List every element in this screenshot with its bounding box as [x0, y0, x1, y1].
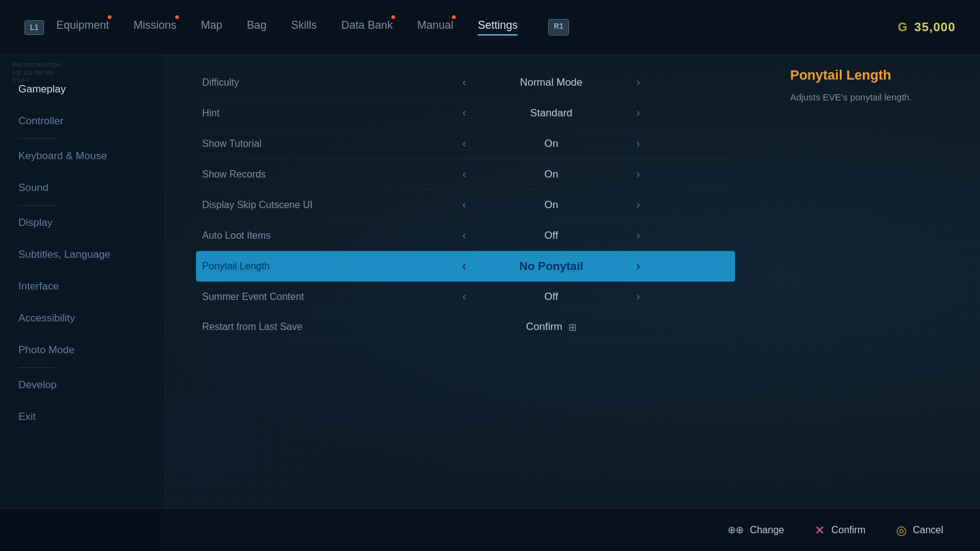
nav-item-skills[interactable]: Skills: [291, 19, 317, 36]
setting-value: On: [490, 138, 612, 150]
arrow-right[interactable]: ›: [631, 290, 646, 303]
arrow-right[interactable]: ›: [631, 258, 646, 274]
setting-control: ‹No Ponytail›: [374, 258, 729, 274]
setting-control: Confirm ⊞: [374, 321, 729, 333]
confirm-label: Confirm: [831, 525, 865, 536]
setting-label: Hint: [202, 108, 374, 119]
setting-value: Standard: [490, 107, 612, 119]
main-content: GameplayControllerKeyboard & MouseSoundD…: [0, 55, 980, 551]
sidebar-item-keyboard-mouse[interactable]: Keyboard & Mouse: [0, 140, 165, 172]
nav-dot: [175, 15, 179, 19]
l1-badge[interactable]: L1: [24, 20, 44, 35]
setting-label: Show Records: [202, 169, 374, 180]
setting-value: On: [490, 168, 612, 181]
setting-label: Summer Event Content: [202, 291, 374, 302]
nav-dot: [391, 15, 395, 19]
setting-label: Restart from Last Save: [202, 321, 374, 332]
nav-item-settings[interactable]: Settings: [478, 19, 518, 36]
arrow-right[interactable]: ›: [631, 198, 646, 211]
arrow-left[interactable]: ‹: [457, 76, 472, 89]
confirm-button[interactable]: Confirm ⊞: [526, 321, 577, 333]
currency-icon: G: [898, 20, 908, 34]
bottom-action-confirm[interactable]: ✕Confirm: [815, 523, 865, 538]
sidebar-item-develop[interactable]: Develop: [0, 369, 165, 401]
settings-row-difficulty[interactable]: Difficulty‹Normal Mode›: [202, 67, 729, 98]
setting-control: ‹On›: [374, 198, 729, 211]
setting-label: Show Tutorial: [202, 138, 374, 149]
arrow-right[interactable]: ›: [631, 168, 646, 181]
settings-row-summer-event-content[interactable]: Summer Event Content‹Off›: [202, 282, 729, 312]
sidebar-item-controller[interactable]: Controller: [0, 105, 165, 137]
settings-row-display-skip-cutscene-ui[interactable]: Display Skip Cutscene UI‹On›: [202, 190, 729, 220]
sidebar-divider: [18, 138, 55, 139]
setting-control: ‹Standard›: [374, 107, 729, 119]
sidebar: GameplayControllerKeyboard & MouseSoundD…: [0, 55, 165, 551]
r1-badge[interactable]: R1: [548, 19, 568, 36]
settings-row-restart-from-last-save[interactable]: Restart from Last SaveConfirm ⊞: [202, 312, 729, 342]
sidebar-divider: [18, 205, 55, 206]
bottom-bar: ⊕⊕Change✕Confirm◎Cancel: [0, 508, 980, 551]
nav-item-bag[interactable]: Bag: [247, 19, 266, 36]
bottom-action-cancel[interactable]: ◎Cancel: [896, 523, 943, 538]
setting-value: Off: [490, 291, 612, 303]
arrow-left[interactable]: ‹: [457, 258, 472, 274]
currency-display: G 35,000: [898, 20, 956, 34]
detail-panel: Ponytail Length Adjusts EVE's ponytail l…: [766, 55, 980, 551]
arrow-left[interactable]: ‹: [457, 107, 472, 119]
settings-row-show-records[interactable]: Show Records‹On›: [202, 159, 729, 190]
change-label: Change: [750, 525, 784, 536]
nav-item-manual[interactable]: Manual: [417, 19, 453, 36]
setting-value: No Ponytail: [490, 260, 612, 273]
sidebar-item-photo-mode[interactable]: Photo Mode: [0, 334, 165, 366]
arrow-right[interactable]: ›: [631, 76, 646, 89]
arrow-left[interactable]: ‹: [457, 198, 472, 211]
arrow-left[interactable]: ‹: [457, 229, 472, 242]
setting-value: On: [490, 199, 612, 211]
cancel-label: Cancel: [913, 525, 943, 536]
setting-control: ‹Off›: [374, 290, 729, 303]
sidebar-item-subtitles-language[interactable]: Subtitles, Language: [0, 239, 165, 271]
arrow-right[interactable]: ›: [631, 229, 646, 242]
confirm-label: Confirm: [526, 321, 563, 333]
sidebar-item-interface[interactable]: Interface: [0, 271, 165, 302]
sidebar-item-accessibility[interactable]: Accessibility: [0, 302, 165, 334]
nav-item-missions[interactable]: Missions: [134, 19, 176, 36]
bottom-action-change[interactable]: ⊕⊕Change: [728, 524, 784, 536]
sidebar-item-sound[interactable]: Sound: [0, 172, 165, 204]
settings-row-auto-loot-items[interactable]: Auto Loot Items‹Off›: [202, 220, 729, 251]
arrow-left[interactable]: ‹: [457, 290, 472, 303]
confirm-icon: ⊞: [568, 321, 576, 333]
change-icon: ⊕⊕: [728, 524, 744, 536]
arrow-right[interactable]: ›: [631, 107, 646, 119]
settings-row-ponytail-length[interactable]: Ponytail Length‹No Ponytail›: [196, 251, 735, 282]
setting-control: ‹On›: [374, 137, 729, 150]
setting-value: Normal Mode: [490, 77, 612, 89]
arrow-right[interactable]: ›: [631, 137, 646, 150]
setting-control: ‹Normal Mode›: [374, 76, 729, 89]
setting-value: Off: [490, 230, 612, 242]
nav-item-data-bank[interactable]: Data Bank: [341, 19, 393, 36]
nav-item-map[interactable]: Map: [201, 19, 222, 36]
cancel-icon: ◎: [896, 523, 907, 538]
sidebar-divider: [18, 367, 55, 368]
sidebar-item-exit[interactable]: Exit: [0, 401, 165, 433]
confirm-icon: ✕: [815, 523, 825, 538]
nav-items: EquipmentMissionsMapBagSkillsData BankMa…: [56, 19, 898, 36]
currency-value: 35,000: [914, 20, 956, 34]
arrow-left[interactable]: ‹: [457, 137, 472, 150]
settings-row-hint[interactable]: Hint‹Standard›: [202, 98, 729, 129]
nav-item-equipment[interactable]: Equipment: [56, 19, 109, 36]
settings-panel: Difficulty‹Normal Mode›Hint‹Standard›Sho…: [165, 55, 766, 551]
nav-dot: [452, 15, 456, 19]
top-nav: L1 EquipmentMissionsMapBagSkillsData Ban…: [0, 0, 980, 55]
setting-control: ‹Off›: [374, 229, 729, 242]
sidebar-item-display[interactable]: Display: [0, 207, 165, 239]
arrow-left[interactable]: ‹: [457, 168, 472, 181]
setting-control: ‹On›: [374, 168, 729, 181]
detail-description: Adjusts EVE's ponytail length.: [790, 91, 956, 105]
setting-label: Ponytail Length: [202, 261, 374, 272]
settings-row-show-tutorial[interactable]: Show Tutorial‹On›: [202, 129, 729, 159]
setting-label: Difficulty: [202, 77, 374, 88]
setting-label: Display Skip Cutscene UI: [202, 200, 374, 211]
nav-dot: [108, 15, 111, 19]
